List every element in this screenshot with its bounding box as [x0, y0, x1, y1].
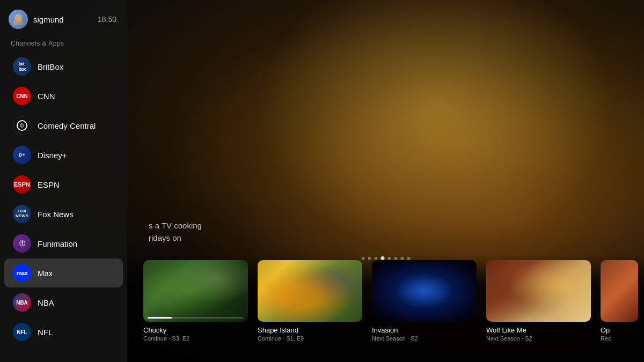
card-wolf-like-me[interactable]: Wolf Like Me Next Season · S2: [486, 260, 591, 342]
progress-bar-chucky: [148, 317, 244, 319]
nba-label: NBA: [38, 298, 54, 307]
nfl-icon: NFL: [13, 323, 31, 341]
channels-section-label: Channels & Apps: [0, 36, 127, 51]
britbox-label: BritBox: [38, 62, 63, 71]
card-shape-island[interactable]: Shape Island Continue · S1, E9: [258, 260, 362, 342]
disney-plus-icon: D+: [13, 146, 31, 164]
card-subtitle-shape-island: Continue · S1, E9: [258, 335, 362, 342]
britbox-icon: britbox: [13, 57, 31, 76]
thumbnail-shape-island: [258, 260, 362, 322]
fox-news-icon: FOXNEWS: [13, 205, 31, 223]
card-partial[interactable]: Op Rec: [601, 260, 638, 342]
card-subtitle-invasion: Next Season · S2: [372, 335, 477, 342]
sidebar-item-espn[interactable]: ESPN ESPN: [4, 170, 123, 199]
sidebar-item-max[interactable]: max Max: [4, 258, 123, 287]
hero-description: s a TV cooking ridays on: [149, 220, 202, 244]
card-title-invasion: Invasion: [372, 326, 477, 334]
user-header: sigmund 18:50: [0, 0, 127, 36]
sidebar-item-britbox[interactable]: britbox BritBox: [4, 52, 123, 81]
hero-text: s a TV cooking ridays on: [149, 220, 202, 244]
card-title-shape-island: Shape Island: [258, 326, 362, 334]
sidebar-item-nfl[interactable]: NFL NFL: [4, 317, 123, 346]
cnn-icon: CNN: [13, 87, 31, 105]
current-time: 18:50: [98, 15, 116, 24]
card-subtitle-wolf-like-me: Next Season · S2: [486, 335, 591, 342]
card-chucky[interactable]: Chucky Continue · S3, E2: [143, 260, 248, 342]
cnn-label: CNN: [38, 92, 55, 101]
nfl-label: NFL: [38, 328, 53, 337]
nba-icon: NBA: [13, 293, 31, 312]
card-title-chucky: Chucky: [143, 326, 248, 334]
sidebar-item-cnn[interactable]: CNN CNN: [4, 82, 123, 110]
avatar: [9, 10, 28, 29]
comedy-central-icon: ©: [13, 116, 31, 135]
card-invasion[interactable]: Invasion Next Season · S2: [372, 260, 477, 342]
thumbnail-partial: [601, 260, 638, 322]
espn-icon: ESPN: [13, 175, 31, 194]
progress-fill-chucky: [148, 317, 172, 319]
sidebar-item-comedy-central[interactable]: © Comedy Central: [4, 111, 123, 140]
card-title-wolf-like-me: Wolf Like Me: [486, 326, 591, 334]
content-row: Chucky Continue · S3, E2 Shape Island Co…: [127, 255, 644, 362]
max-icon: max: [13, 264, 31, 282]
card-title-partial: Op: [601, 326, 638, 334]
avatar-face: [9, 10, 28, 29]
funimation-icon: ⓕ: [13, 234, 31, 253]
card-subtitle-partial: Rec: [601, 335, 638, 342]
fox-news-label: Fox News: [38, 210, 74, 219]
username: sigmund: [33, 15, 64, 24]
thumbnail-chucky: [143, 260, 248, 322]
comedy-central-label: Comedy Central: [38, 121, 96, 130]
sidebar-item-fox-news[interactable]: FOXNEWS Fox News: [4, 200, 123, 228]
user-info: sigmund: [9, 10, 64, 29]
max-label: Max: [38, 269, 53, 278]
sidebar-item-funimation[interactable]: ⓕ Funimation: [4, 229, 123, 258]
disney-plus-label: Disney+: [38, 151, 67, 160]
card-subtitle-chucky: Continue · S3, E2: [143, 335, 248, 342]
channel-list: britbox BritBox CNN CNN © Comedy Central…: [0, 51, 127, 362]
sidebar-item-disney-plus[interactable]: D+ Disney+: [4, 141, 123, 169]
sidebar-item-nba[interactable]: NBA NBA: [4, 288, 123, 317]
thumbnail-invasion: [372, 260, 477, 322]
sidebar: sigmund 18:50 Channels & Apps britbox Br…: [0, 0, 127, 362]
espn-label: ESPN: [38, 180, 60, 189]
thumbnail-wolf-like-me: [486, 260, 591, 322]
funimation-label: Funimation: [38, 239, 77, 248]
